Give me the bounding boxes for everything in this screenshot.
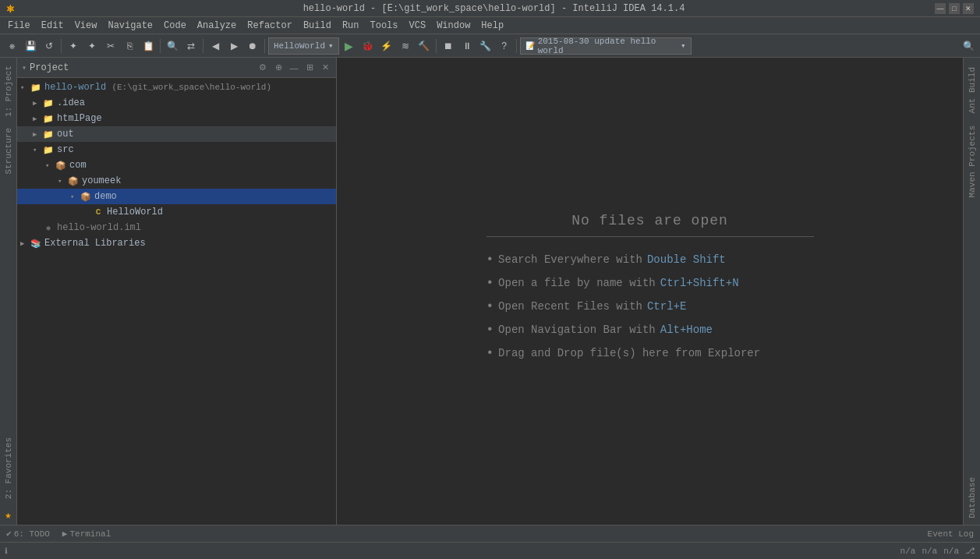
menu-vcs[interactable]: VCS [405, 19, 431, 33]
project-tree: ▾ 📁 hello-world (E:\git_work_space\hello… [17, 78, 336, 525]
right-maven[interactable]: Maven Projects [966, 119, 978, 203]
tree-src[interactable]: ▾ 📁 src [17, 142, 336, 157]
iml-icon: ⎈ [42, 221, 55, 234]
toolbar-breakpoint[interactable]: ⏺ [244, 37, 261, 55]
toolbar-sync[interactable]: ↺ [41, 37, 58, 55]
main-layout: 1: Project Structure 2: Favorites ★ ▾ Pr… [0, 58, 980, 525]
toolbar-nav-fwd[interactable]: ▶ [225, 37, 242, 55]
tree-htmlpage[interactable]: ▶ 📁 htmlPage [17, 111, 336, 126]
minimize-button[interactable]: — [935, 3, 946, 14]
project-close-btn[interactable]: ✕ [319, 62, 331, 74]
run-config-label: HelloWorld [274, 41, 325, 51]
right-sidebar: Ant Build Maven Projects Database [963, 58, 980, 525]
toolbar-cut[interactable]: ✂ [102, 37, 119, 55]
right-database[interactable]: Database [966, 471, 978, 525]
toolbar-save[interactable]: 💾 [22, 37, 39, 55]
src-arrow: ▾ [33, 146, 42, 154]
hint-search: • Search Everywhere with Double Shift [486, 253, 814, 267]
debug-button[interactable]: 🐞 [359, 37, 377, 55]
menu-analyze[interactable]: Analyze [193, 19, 241, 33]
profile-button[interactable]: ≋ [397, 37, 414, 55]
build-button[interactable]: 🔨 [416, 37, 433, 55]
close-button[interactable]: ✕ [963, 3, 974, 14]
right-ant-build[interactable]: Ant Build [966, 61, 978, 119]
window-controls[interactable]: — □ ✕ [935, 3, 974, 14]
sidebar-favorites-label[interactable]: 2: Favorites [2, 433, 15, 504]
toolbar: ⎈ 💾 ↺ ✦ ✦ ✂ ⎘ 📋 🔍 ⇄ ◀ ▶ ⏺ HelloWorld ▾ ▶… [0, 34, 980, 58]
toolbar-nav-back[interactable]: ◀ [207, 37, 224, 55]
stop-button[interactable]: ⏹ [440, 37, 457, 55]
hint-recent-text: Open Recent Files with [498, 300, 642, 313]
terminal-tab[interactable]: ▶ Terminal [59, 527, 114, 540]
run-config-selector[interactable]: HelloWorld ▾ [268, 37, 339, 55]
todo-tab[interactable]: ✔ 6: TODO [3, 527, 53, 540]
hint-open-name: • Open a file by name with Ctrl+Shift+N [486, 276, 814, 290]
out-folder-icon: 📁 [42, 128, 55, 140]
search-everywhere-btn[interactable]: 🔍 [960, 37, 977, 55]
help-button[interactable]: ? [496, 37, 513, 55]
menu-bar: FileEditViewNavigateCodeAnalyzeRefactorB… [0, 17, 980, 34]
demo-arrow: ▾ [70, 193, 80, 201]
tree-out[interactable]: ▶ 📁 out [17, 126, 336, 142]
tree-root[interactable]: ▾ 📁 hello-world (E:\git_work_space\hello… [17, 80, 336, 95]
menu-build[interactable]: Build [299, 19, 336, 33]
event-log-tab[interactable]: Event Log [925, 528, 977, 540]
menu-refactor[interactable]: Refactor [242, 19, 297, 33]
project-collapse-btn[interactable]: — [288, 62, 300, 74]
star-icon[interactable]: ★ [2, 505, 14, 525]
menu-code[interactable]: Code [159, 19, 191, 33]
toolbar-back[interactable]: ✦ [65, 37, 82, 55]
menu-tools[interactable]: Tools [366, 19, 403, 33]
extlib-arrow: ▶ [20, 239, 30, 248]
project-settings-btn[interactable]: ⚙ [256, 62, 269, 74]
tree-youmeek[interactable]: ▾ 📦 youmeek [17, 173, 336, 189]
separator-6 [516, 39, 517, 53]
toolbar-search[interactable]: 🔍 [164, 37, 181, 55]
todo-label: 6: TODO [14, 529, 50, 539]
hint-nav-text: Open Navigation Bar with [498, 324, 656, 336]
toolbar-paste[interactable]: 📋 [140, 37, 157, 55]
menu-view[interactable]: View [70, 19, 102, 33]
hint-search-key: Double Shift [647, 253, 726, 266]
project-expand-btn[interactable]: ⊞ [303, 62, 316, 74]
tree-helloworld[interactable]: C HelloWorld [17, 204, 336, 220]
coverage-button[interactable]: ⚡ [378, 37, 395, 55]
menu-edit[interactable]: Edit [37, 19, 69, 33]
menu-navigate[interactable]: Navigate [103, 19, 157, 33]
toolbar-icon-1[interactable]: ⎈ [3, 37, 20, 55]
com-arrow: ▾ [45, 161, 55, 170]
com-label: com [69, 160, 87, 171]
pause-button[interactable]: ⏸ [458, 37, 476, 55]
status-bar: ℹ n/a n/a n/a ⎇ [0, 542, 980, 559]
toolbar-copy[interactable]: ⎘ [121, 37, 138, 55]
tree-com[interactable]: ▾ 📦 com [17, 157, 336, 173]
out-arrow: ▶ [33, 130, 42, 139]
hint-search-text: Search Everywhere with [498, 253, 642, 266]
root-arrow: ▾ [20, 83, 30, 92]
hint-open-name-key: Ctrl+Shift+N [660, 277, 739, 289]
tree-idea[interactable]: ▶ 📁 .idea [17, 95, 336, 111]
toolbar-fwd[interactable]: ✦ [83, 37, 101, 55]
menu-window[interactable]: Window [432, 19, 475, 33]
hint-nav-key: Alt+Home [660, 324, 713, 336]
project-scroll-btn[interactable]: ⊕ [272, 62, 285, 74]
tree-iml[interactable]: ⎈ hello-world.iml [17, 220, 336, 235]
commit-selector[interactable]: 📝 2015-08-30 update hello world ▾ [520, 37, 692, 55]
tree-ext-lib[interactable]: ▶ 📚 External Libraries [17, 235, 336, 251]
sidebar-structure-label[interactable]: Structure [2, 123, 15, 179]
no-files-title: No files are open [486, 213, 814, 237]
run-button[interactable]: ▶ [341, 37, 358, 55]
sdk-button[interactable]: 🔧 [477, 37, 494, 55]
menu-help[interactable]: Help [476, 19, 508, 33]
todo-icon: ✔ [6, 529, 12, 539]
sidebar-project-label[interactable]: 1: Project [2, 61, 15, 122]
idea-arrow: ▶ [33, 99, 42, 108]
menu-file[interactable]: File [3, 19, 35, 33]
menu-run[interactable]: Run [338, 19, 364, 33]
toolbar-replace[interactable]: ⇄ [182, 37, 200, 55]
out-label: out [57, 129, 74, 140]
extlib-label: External Libraries [44, 238, 146, 249]
iml-label: hello-world.iml [57, 222, 141, 233]
maximize-button[interactable]: □ [949, 3, 960, 14]
tree-demo[interactable]: ▾ 📦 demo [17, 189, 336, 204]
